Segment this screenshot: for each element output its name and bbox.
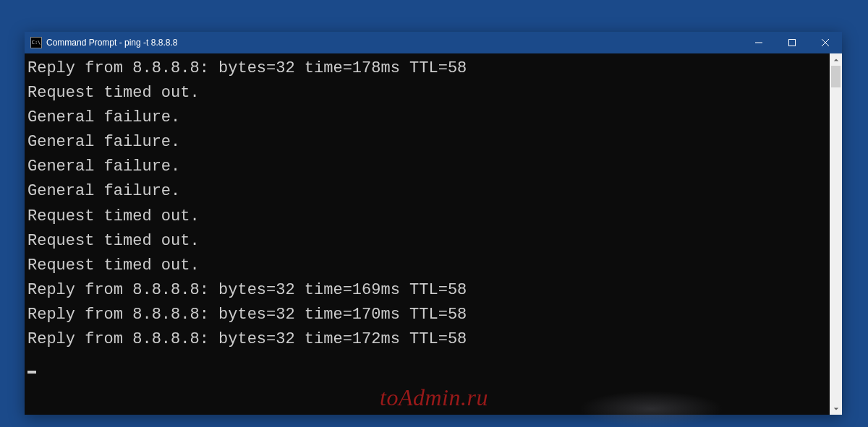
console-line: Reply from 8.8.8.8: bytes=32 time=169ms … xyxy=(27,278,828,303)
console-line: General failure. xyxy=(27,155,828,179)
svg-rect-1 xyxy=(789,40,796,46)
console-line: Reply from 8.8.8.8: bytes=32 time=172ms … xyxy=(27,327,828,352)
minimize-icon xyxy=(755,39,762,46)
maximize-button[interactable] xyxy=(775,32,809,53)
scrollbar-thumb[interactable] xyxy=(831,66,841,87)
close-icon xyxy=(822,39,829,46)
console-cursor-line xyxy=(27,352,828,376)
console-line: Request timed out. xyxy=(27,81,828,105)
close-button[interactable] xyxy=(809,32,842,53)
window-title: Command Prompt - ping -t 8.8.8.8 xyxy=(46,38,742,48)
maximize-icon xyxy=(788,39,796,46)
console-line: Reply from 8.8.8.8: bytes=32 time=170ms … xyxy=(27,303,828,327)
console-line: General failure. xyxy=(27,130,828,155)
scrollbar-track[interactable] xyxy=(830,66,842,402)
console-line: General failure. xyxy=(27,105,828,130)
scroll-up-button[interactable] xyxy=(830,53,842,66)
text-cursor xyxy=(27,371,36,374)
console-line: Request timed out. xyxy=(27,229,828,254)
chevron-down-icon xyxy=(833,406,839,412)
minimize-button[interactable] xyxy=(742,32,775,53)
console-output[interactable]: Reply from 8.8.8.8: bytes=32 time=178ms … xyxy=(25,53,830,415)
client-area: Reply from 8.8.8.8: bytes=32 time=178ms … xyxy=(25,53,842,415)
console-line: General failure. xyxy=(27,179,828,204)
scroll-down-button[interactable] xyxy=(830,402,842,415)
chevron-up-icon xyxy=(833,57,839,63)
console-line: Reply from 8.8.8.8: bytes=32 time=178ms … xyxy=(27,56,828,81)
app-icon: C:\ xyxy=(30,37,42,48)
titlebar[interactable]: C:\ Command Prompt - ping -t 8.8.8.8 xyxy=(25,32,842,53)
console-line: Request timed out. xyxy=(27,254,828,278)
vertical-scrollbar[interactable] xyxy=(830,53,842,415)
console-line: Request timed out. xyxy=(27,204,828,229)
window-controls xyxy=(742,32,842,53)
command-prompt-window: C:\ Command Prompt - ping -t 8.8.8.8 Rep… xyxy=(25,32,842,415)
